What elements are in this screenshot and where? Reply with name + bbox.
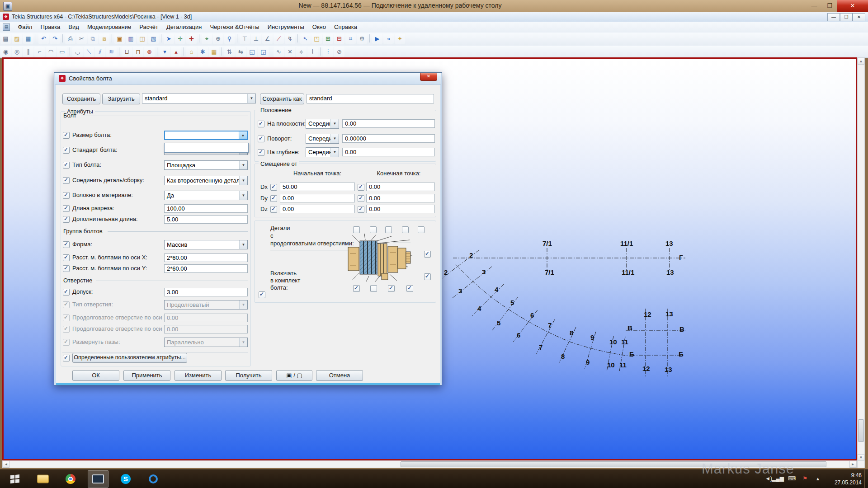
tb1-icon-32[interactable]: ➴ — [300, 34, 311, 44]
attr-input-16[interactable]: 0.00 — [164, 325, 248, 333]
ok-button[interactable]: ОК — [72, 370, 119, 381]
taskbar-app-file-explorer[interactable] — [33, 470, 53, 488]
slotted-part-checkbox-1[interactable] — [353, 226, 360, 233]
position-input-2[interactable]: 0.00 — [342, 148, 435, 156]
tb1-icon-35[interactable]: ⊟ — [334, 34, 344, 44]
offset-Dz-start-input[interactable]: 0.00 — [280, 205, 355, 213]
attr-input-10[interactable]: 2*60.00 — [164, 253, 248, 262]
attr-input-13[interactable]: 3.00 — [164, 288, 248, 296]
tb1-icon-39[interactable]: ▶ — [372, 34, 382, 44]
volume-icon[interactable]: ◄) — [765, 475, 772, 482]
attr-checkbox-9[interactable] — [63, 241, 70, 248]
slotted-part-checkbox-5[interactable] — [418, 226, 425, 233]
tb1-icon-2[interactable]: ▨ — [12, 34, 22, 44]
tb1-icon-5[interactable]: ↶ — [38, 34, 49, 44]
offset-Dz-start-checkbox[interactable] — [270, 206, 277, 213]
tb2-icon-4[interactable]: ⌐ — [34, 47, 45, 57]
attr-checkbox-6[interactable] — [63, 205, 70, 212]
tb2-icon-20[interactable]: ⌂ — [186, 47, 197, 57]
input-method-icon[interactable]: ⌨ — [788, 475, 796, 482]
tb1-icon-36[interactable]: ⌗ — [345, 34, 356, 44]
tb1-icon-11[interactable]: ⧇ — [99, 34, 109, 44]
attr-checkbox-2[interactable] — [63, 147, 70, 154]
attr-checkbox-4[interactable] — [63, 177, 70, 184]
apply-button[interactable]: Применить — [123, 370, 170, 381]
tb1-icon-15[interactable]: ◫ — [137, 34, 147, 44]
tb2-icon-24[interactable]: ⇅ — [224, 47, 235, 57]
tb1-icon-3[interactable]: ▦ — [23, 34, 33, 44]
position-checkbox-2[interactable] — [258, 149, 264, 156]
tb2-icon-18[interactable]: ▴ — [171, 47, 181, 57]
network-icon[interactable]: ▂▄▆ — [772, 475, 784, 482]
tb2-icon-2[interactable]: ◎ — [12, 47, 22, 57]
taskbar-app-skype[interactable]: S — [115, 470, 136, 488]
washer-checkbox-1[interactable] — [424, 251, 431, 258]
chevron-down-icon[interactable]: ▼ — [239, 240, 247, 249]
scroll-left-arrow[interactable]: ◄ — [3, 461, 9, 468]
attr-checkbox-1[interactable] — [63, 132, 70, 139]
tb1-icon-6[interactable]: ↷ — [50, 34, 60, 44]
scroll-right-arrow[interactable]: ► — [849, 461, 856, 468]
tb1-icon-29[interactable]: ⟋ — [274, 34, 284, 44]
tb1-icon-30[interactable]: ↯ — [285, 34, 295, 44]
tb1-icon-10[interactable]: ⧉ — [88, 34, 98, 44]
profile-combo[interactable]: standard ▼ — [142, 94, 256, 103]
attr-input-7[interactable]: 5.00 — [164, 215, 248, 224]
tb1-icon-37[interactable]: ⚙ — [357, 34, 367, 44]
tb2-icon-3[interactable]: ∥ — [23, 47, 33, 57]
tb1-icon-13[interactable]: ▣ — [114, 34, 125, 44]
tb2-icon-11[interactable]: ≋ — [106, 47, 117, 57]
menu-item-5[interactable]: Расчёт — [135, 22, 162, 32]
antivirus-icon[interactable]: ⚑ — [802, 475, 807, 482]
menu-item-10[interactable]: Справка — [330, 22, 361, 32]
tb1-icon-28[interactable]: ∠ — [262, 34, 273, 44]
include-in-bolt-master-checkbox[interactable] — [259, 291, 265, 298]
window-minimize-button[interactable]: — — [827, 13, 840, 21]
user-defined-attributes-button[interactable]: Определенные пользователем атрибуты... — [72, 353, 187, 363]
tb2-icon-32[interactable]: ⌇ — [307, 47, 318, 57]
menu-item-6[interactable]: Детализация — [162, 22, 206, 32]
attr-input-15[interactable]: 0.00 — [164, 314, 248, 322]
tb2-icon-22[interactable]: ▦ — [209, 47, 219, 57]
rdp-minimize-button[interactable]: — — [807, 0, 822, 12]
attr-input-6[interactable]: 100.00 — [164, 204, 248, 213]
menu-item-1[interactable]: Файл — [14, 22, 36, 32]
include-part-checkbox-1[interactable] — [353, 285, 360, 292]
position-input-1[interactable]: 0.00000 — [342, 134, 435, 143]
tb1-icon-40[interactable]: » — [383, 34, 394, 44]
tb1-icon-24[interactable]: ⚲ — [224, 34, 235, 44]
uda-checkbox[interactable] — [63, 355, 70, 361]
tb2-icon-17[interactable]: ▾ — [160, 47, 170, 57]
chevron-down-icon[interactable]: ▼ — [330, 134, 339, 143]
attr-combo-3[interactable]: Площадка▼ — [164, 160, 248, 170]
save-as-input[interactable]: standard — [307, 94, 434, 103]
tb2-icon-6[interactable]: ▭ — [57, 47, 67, 57]
dialog-close-button[interactable]: ✕ — [420, 73, 437, 81]
window-close-button[interactable]: ✕ — [853, 13, 865, 21]
horizontal-scroll-thumb[interactable] — [401, 461, 826, 467]
include-part-checkbox-3[interactable] — [388, 285, 395, 292]
offset-Dz-end-input[interactable]: 0.00 — [366, 205, 435, 213]
tb1-icon-14[interactable]: ▥ — [126, 34, 136, 44]
chevron-down-icon[interactable]: ▼ — [330, 148, 339, 157]
position-combo-2[interactable]: Середина▼ — [306, 147, 339, 157]
tb1-icon-1[interactable]: ▤ — [0, 34, 11, 44]
slotted-part-checkbox-2[interactable] — [370, 226, 377, 233]
tb2-icon-26[interactable]: ◱ — [247, 47, 257, 57]
include-part-checkbox-2[interactable] — [370, 285, 377, 292]
menu-item-3[interactable]: Вид — [64, 22, 83, 32]
attr-checkbox-3[interactable] — [63, 162, 70, 169]
attr-input-11[interactable]: 2*60.00 — [164, 264, 248, 273]
menu-item-4[interactable]: Моделирование — [83, 22, 135, 32]
chevron-down-icon[interactable]: ▼ — [239, 191, 247, 200]
tb2-icon-14[interactable]: ⊓ — [133, 47, 143, 57]
taskbar-app-remote-desktop[interactable] — [88, 470, 108, 488]
tb2-icon-9[interactable]: ⟍ — [84, 47, 94, 57]
attr-combo-5[interactable]: Да▼ — [164, 191, 248, 200]
tb2-icon-30[interactable]: ✕ — [285, 47, 295, 57]
tb1-icon-8[interactable]: ⎙ — [65, 34, 75, 44]
chevron-down-icon[interactable]: ▼ — [247, 94, 255, 103]
modify-button[interactable]: Изменить — [175, 370, 222, 381]
attr-checkbox-11[interactable] — [63, 265, 70, 272]
dialog-titlebar[interactable]: ❖ Свойства болта ✕ — [55, 73, 441, 85]
